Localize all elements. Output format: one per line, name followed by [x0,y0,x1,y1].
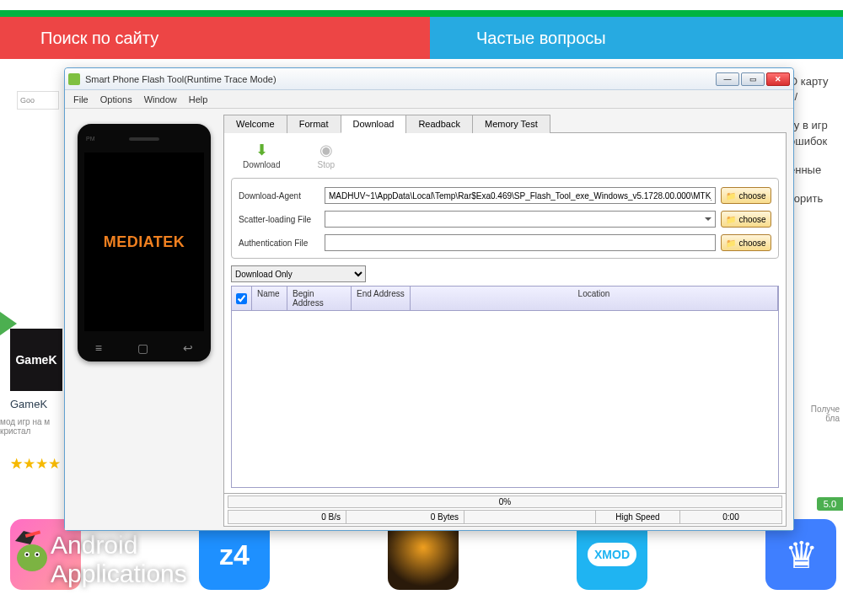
svg-point-0 [17,544,47,571]
scatter-file-input[interactable] [325,211,716,228]
window-title: Smart Phone Flash Tool(Runtime Trace Mod… [85,74,716,84]
phone-nav-icons: ≡ ▢ ↩ [78,341,211,355]
choose-scatter-button[interactable]: choose [721,211,771,228]
app-card-desc: мод игр на м кристал [0,417,67,436]
menu-window[interactable]: Window [144,94,177,104]
app-card[interactable]: GameK [10,329,62,391]
tabstrip: Welcome Format Download Readback Memory … [223,114,787,133]
status-rate: 0 B/s [228,511,346,523]
grid-header: Name Begin Address End Address Location [232,287,778,311]
download-label: Download [243,160,280,169]
body-area: PM MEDIATEK ≡ ▢ ↩ Welcome Format Downloa… [65,109,793,530]
search-ribbon[interactable]: Поиск по сайту [0,17,430,59]
tab-memory-test[interactable]: Memory Test [472,115,550,133]
tab-format[interactable]: Format [287,115,341,133]
menu-icon: ≡ [95,341,102,355]
download-button[interactable]: ⬇ Download [243,142,280,169]
col-name[interactable]: Name [252,287,287,310]
phone-preview: PM MEDIATEK ≡ ▢ ↩ [78,124,211,362]
auth-file-input[interactable] [325,234,716,251]
close-button[interactable]: ✕ [766,72,790,86]
menu-file[interactable]: File [73,94,89,104]
app-window: Smart Phone Flash Tool(Runtime Trace Mod… [64,67,794,531]
file-fields-group: Download-Agent choose Scatter-loading Fi… [231,178,779,259]
status-time: 0:00 [680,511,781,523]
stop-button[interactable]: ◉ Stop [317,142,335,169]
app-card-title: GameK [10,398,47,410]
grid-body [232,311,778,487]
partition-grid: Name Begin Address End Address Location [231,286,779,488]
android-mascot-icon [7,524,57,575]
status-spacer [464,511,596,523]
search-label: Поиск по сайту [40,29,158,48]
status-bar: 0 B/s 0 Bytes High Speed 0:00 [228,510,782,524]
da-label: Download-Agent [239,191,319,201]
version-badge: 5.0 [817,497,843,511]
auth-label: Authentication File [239,238,319,248]
download-arrow-icon: ⬇ [253,142,270,158]
tab-download[interactable]: Download [341,115,407,133]
toolbar: ⬇ Download ◉ Stop [229,138,781,176]
bg-right-text: О карту x/ ку в игр ошибок енные корить [789,74,840,220]
col-end-address[interactable]: End Address [352,287,411,310]
menu-options[interactable]: Options [100,94,132,104]
tab-readback[interactable]: Readback [405,115,473,133]
phone-pane: PM MEDIATEK ≡ ▢ ↩ [65,109,223,530]
tab-panel-download: ⬇ Download ◉ Stop Download-Agent choose [223,133,787,494]
phone-speaker-icon [129,137,159,141]
download-agent-input[interactable] [325,187,716,204]
svg-point-3 [26,554,29,556]
faq-ribbon[interactable]: Частые вопросы [430,17,843,59]
col-begin-address[interactable]: Begin Address [287,287,352,310]
right-desc: Получе бла [799,404,840,423]
status-bytes: 0 Bytes [346,511,464,523]
app-icon [68,73,80,85]
menubar: File Options Window Help [65,90,793,109]
stop-circle-icon: ◉ [318,142,335,158]
titlebar[interactable]: Smart Phone Flash Tool(Runtime Trace Mod… [65,68,793,90]
home-icon: ▢ [137,341,148,355]
tab-welcome[interactable]: Welcome [223,115,287,133]
bg-header: Поиск по сайту Частые вопросы [0,17,843,67]
svg-point-4 [36,554,39,556]
col-checkbox[interactable] [232,287,252,310]
progress-percent: 0% [228,495,782,508]
phone-pm-label: PM [86,136,95,142]
stop-label: Stop [317,160,335,169]
choose-da-button[interactable]: choose [721,187,771,204]
google-badge: Goo [17,91,59,110]
choose-auth-button[interactable]: choose [721,234,771,251]
download-mode-select[interactable]: Download Only [231,265,366,282]
status-speed: High Speed [596,511,680,523]
mediatek-brand: MEDIATEK [104,233,185,251]
star-icon: ★ [10,455,23,473]
maximize-button[interactable]: ▭ [741,72,765,86]
green-strip [0,10,843,17]
select-all-checkbox[interactable] [236,293,247,304]
col-location[interactable]: Location [411,287,778,310]
phone-screen: MEDIATEK [84,153,204,331]
progress-area: 0% 0 B/s 0 Bytes High Speed 0:00 [223,494,787,527]
scatter-label: Scatter-loading File [239,215,319,224]
menu-help[interactable]: Help [189,94,208,104]
minimize-button[interactable]: — [716,72,739,86]
right-pane: Welcome Format Download Readback Memory … [223,109,793,530]
back-icon: ↩ [183,341,193,355]
faq-label: Частые вопросы [476,29,606,48]
